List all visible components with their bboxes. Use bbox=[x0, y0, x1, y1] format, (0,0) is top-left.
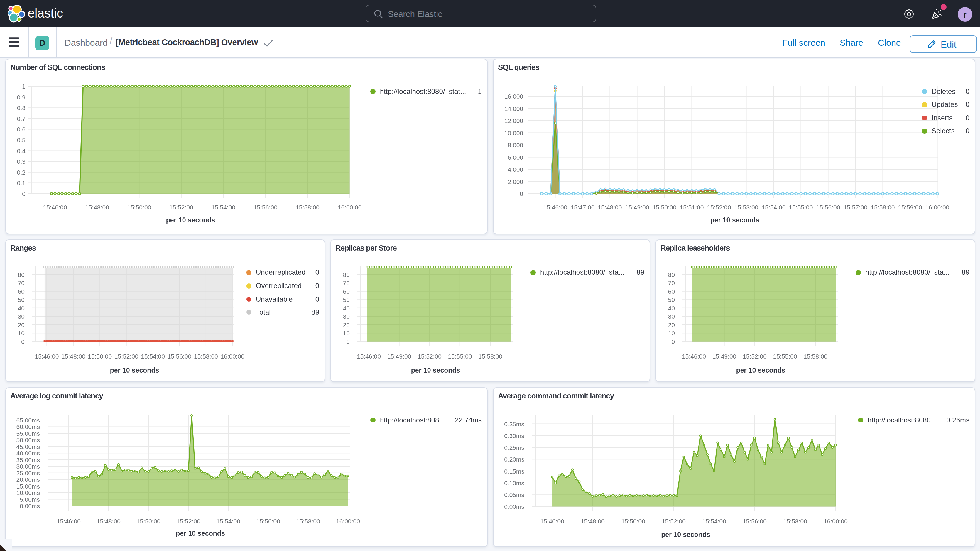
svg-text:0.00ms: 0.00ms bbox=[19, 502, 40, 509]
svg-text:0.7: 0.7 bbox=[17, 115, 25, 122]
svg-text:0.8: 0.8 bbox=[17, 104, 25, 111]
svg-text:15:46:00: 15:46:00 bbox=[56, 518, 80, 524]
svg-text:per 10 seconds: per 10 seconds bbox=[175, 529, 224, 537]
svg-text:0.2: 0.2 bbox=[17, 169, 25, 175]
svg-text:15:52:00: 15:52:00 bbox=[707, 204, 731, 210]
svg-text:15:46:00: 15:46:00 bbox=[43, 204, 67, 210]
svg-text:30.00ms: 30.00ms bbox=[16, 463, 40, 470]
svg-text:15:58:00: 15:58:00 bbox=[803, 353, 827, 360]
svg-text:10: 10 bbox=[343, 330, 350, 336]
svg-text:40: 40 bbox=[343, 304, 350, 311]
svg-text:16,000: 16,000 bbox=[504, 93, 523, 99]
svg-text:0.9: 0.9 bbox=[17, 94, 25, 100]
svg-text:15:54:00: 15:54:00 bbox=[702, 518, 726, 524]
svg-text:15:50:00: 15:50:00 bbox=[88, 353, 111, 360]
svg-text:80: 80 bbox=[668, 271, 675, 278]
svg-text:60.00ms: 60.00ms bbox=[16, 423, 40, 430]
svg-text:0: 0 bbox=[671, 338, 675, 345]
svg-text:15:54:00: 15:54:00 bbox=[216, 518, 240, 524]
svg-text:0.1: 0.1 bbox=[17, 179, 25, 186]
svg-text:0.4: 0.4 bbox=[17, 147, 25, 154]
svg-text:per 10 seconds: per 10 seconds bbox=[110, 366, 159, 374]
svg-text:0: 0 bbox=[21, 338, 24, 345]
svg-text:15:58:00: 15:58:00 bbox=[870, 204, 895, 210]
svg-text:0.10ms: 0.10ms bbox=[504, 479, 524, 486]
svg-text:per 10 seconds: per 10 seconds bbox=[736, 366, 785, 374]
svg-text:15:48:00: 15:48:00 bbox=[96, 518, 120, 524]
svg-text:0: 0 bbox=[519, 190, 523, 197]
svg-text:15:48:00: 15:48:00 bbox=[598, 204, 622, 210]
svg-text:10: 10 bbox=[18, 330, 24, 336]
svg-text:15:50:00: 15:50:00 bbox=[621, 518, 645, 524]
svg-text:15:55:00: 15:55:00 bbox=[773, 353, 797, 360]
svg-text:15:50:00: 15:50:00 bbox=[127, 204, 151, 210]
svg-text:10: 10 bbox=[668, 330, 675, 336]
svg-text:per 10 seconds: per 10 seconds bbox=[710, 216, 759, 224]
svg-text:8,000: 8,000 bbox=[508, 142, 523, 148]
svg-text:15:59:00: 15:59:00 bbox=[898, 204, 922, 210]
svg-text:15:48:00: 15:48:00 bbox=[61, 353, 85, 360]
svg-text:0.6: 0.6 bbox=[17, 126, 25, 132]
svg-text:0.15ms: 0.15ms bbox=[504, 468, 524, 475]
svg-text:12,000: 12,000 bbox=[504, 117, 523, 124]
svg-text:14,000: 14,000 bbox=[504, 105, 523, 112]
svg-text:15:56:00: 15:56:00 bbox=[742, 518, 767, 524]
svg-text:40.00ms: 40.00ms bbox=[16, 449, 40, 456]
svg-text:0.5: 0.5 bbox=[17, 137, 25, 143]
svg-text:15:56:00: 15:56:00 bbox=[816, 204, 840, 210]
svg-text:0.00ms: 0.00ms bbox=[504, 503, 524, 510]
svg-text:15:48:00: 15:48:00 bbox=[85, 204, 109, 210]
svg-text:15:51:00: 15:51:00 bbox=[679, 204, 703, 210]
svg-text:10.00ms: 10.00ms bbox=[16, 489, 40, 496]
svg-text:25.00ms: 25.00ms bbox=[16, 470, 40, 476]
svg-text:0.30ms: 0.30ms bbox=[504, 432, 524, 439]
svg-text:4,000: 4,000 bbox=[508, 166, 523, 172]
svg-text:0: 0 bbox=[22, 190, 25, 197]
svg-text:2,000: 2,000 bbox=[508, 178, 523, 185]
svg-text:1: 1 bbox=[22, 83, 25, 89]
svg-text:15:58:00: 15:58:00 bbox=[478, 353, 502, 360]
svg-text:16:00:00: 16:00:00 bbox=[823, 518, 847, 524]
svg-text:70: 70 bbox=[668, 279, 675, 286]
svg-text:15:55:00: 15:55:00 bbox=[789, 204, 813, 210]
svg-text:15:46:00: 15:46:00 bbox=[35, 353, 59, 360]
svg-text:60: 60 bbox=[343, 288, 350, 295]
svg-text:60: 60 bbox=[18, 288, 24, 295]
svg-text:15:54:00: 15:54:00 bbox=[140, 353, 165, 360]
svg-text:0.05ms: 0.05ms bbox=[504, 491, 524, 498]
svg-text:30: 30 bbox=[343, 313, 350, 320]
svg-text:15:54:00: 15:54:00 bbox=[211, 204, 235, 210]
svg-text:0.35ms: 0.35ms bbox=[504, 420, 524, 427]
svg-text:20: 20 bbox=[668, 321, 675, 328]
svg-text:45.00ms: 45.00ms bbox=[16, 443, 40, 450]
svg-text:15.00ms: 15.00ms bbox=[16, 483, 40, 489]
svg-text:15:49:00: 15:49:00 bbox=[712, 353, 736, 360]
svg-text:15:50:00: 15:50:00 bbox=[652, 204, 676, 210]
svg-text:15:47:00: 15:47:00 bbox=[570, 204, 595, 210]
svg-text:15:56:00: 15:56:00 bbox=[167, 353, 191, 360]
svg-text:15:52:00: 15:52:00 bbox=[417, 353, 441, 360]
svg-text:50.00ms: 50.00ms bbox=[16, 436, 40, 443]
svg-text:5.00ms: 5.00ms bbox=[19, 496, 40, 503]
svg-text:30: 30 bbox=[18, 313, 24, 320]
svg-text:15:49:00: 15:49:00 bbox=[387, 353, 411, 360]
svg-text:50: 50 bbox=[668, 296, 675, 303]
svg-text:55.00ms: 55.00ms bbox=[16, 430, 40, 436]
svg-text:0.25ms: 0.25ms bbox=[504, 444, 524, 451]
svg-text:50: 50 bbox=[18, 296, 24, 303]
svg-text:35.00ms: 35.00ms bbox=[16, 456, 40, 463]
svg-text:30: 30 bbox=[668, 313, 675, 320]
svg-text:15:58:00: 15:58:00 bbox=[295, 204, 319, 210]
svg-text:15:52:00: 15:52:00 bbox=[114, 353, 138, 360]
svg-text:15:46:00: 15:46:00 bbox=[682, 353, 706, 360]
svg-text:65.00ms: 65.00ms bbox=[16, 417, 40, 424]
svg-text:15:56:00: 15:56:00 bbox=[253, 204, 277, 210]
svg-text:15:57:00: 15:57:00 bbox=[843, 204, 867, 210]
svg-text:15:52:00: 15:52:00 bbox=[742, 353, 767, 360]
svg-text:20: 20 bbox=[343, 321, 350, 328]
svg-text:16:00:00: 16:00:00 bbox=[337, 204, 361, 210]
svg-text:40: 40 bbox=[668, 304, 675, 311]
svg-text:0.3: 0.3 bbox=[17, 158, 25, 165]
svg-text:15:48:00: 15:48:00 bbox=[581, 518, 605, 524]
svg-text:15:46:00: 15:46:00 bbox=[540, 518, 564, 524]
